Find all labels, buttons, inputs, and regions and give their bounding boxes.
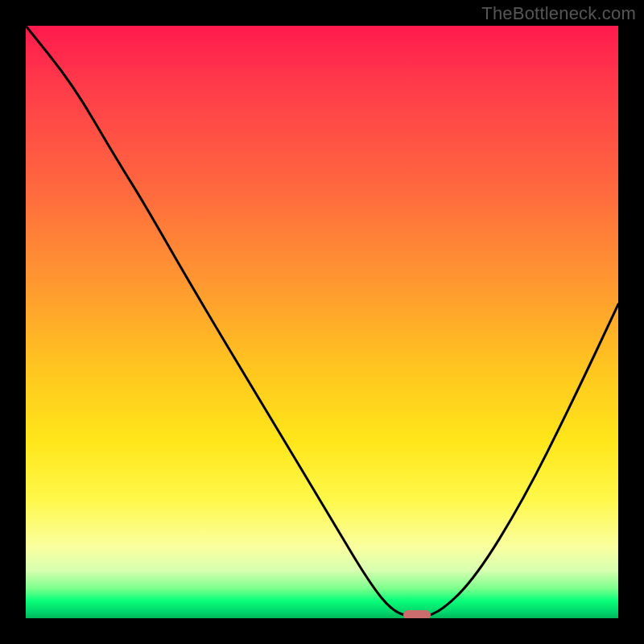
plot-area (26, 26, 618, 618)
watermark-text: TheBottleneck.com (481, 3, 636, 24)
bottleneck-curve (26, 26, 618, 618)
curve-path (26, 26, 618, 617)
chart-frame: TheBottleneck.com (0, 0, 644, 644)
optimal-point-marker (403, 610, 431, 618)
